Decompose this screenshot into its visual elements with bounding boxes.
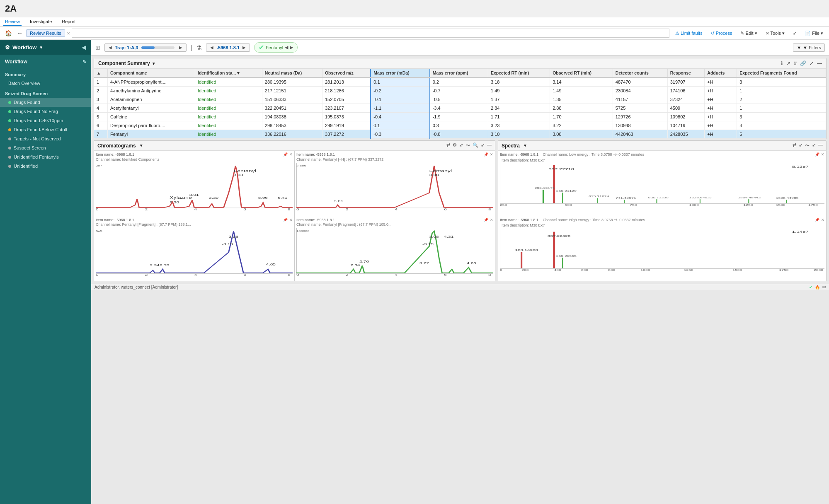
sidebar-summary-label[interactable]: Summary [0,69,91,79]
search-input[interactable] [72,29,669,38]
sample-nav-right[interactable]: ▶ [241,45,247,50]
table-row[interactable]: 4AcetylfentanylIdentified322.20451323.21… [94,104,826,113]
spectra-title[interactable]: Spectra ▼ [502,143,527,149]
col-component-name[interactable]: Component name [107,69,195,77]
col-num[interactable]: ▲ [94,69,107,77]
table-row[interactable]: 5CaffeineIdentified194.08038195.0873-0.4… [94,113,826,121]
sidebar-item-unidentified[interactable]: Unidentified [0,162,91,171]
col-mass-err-ppm[interactable]: Mass error (ppm) [430,69,488,77]
col-exp-rt[interactable]: Expected RT (min) [488,69,550,77]
expand-icon[interactable]: ⤢ [810,60,814,66]
table-row[interactable]: 24-methylamino AntipyrineIdentified217.1… [94,87,826,95]
svg-text:Fentanyl: Fentanyl [429,169,452,174]
sample-nav-left[interactable]: ◀ [209,45,215,50]
chroma-wave-icon[interactable]: 〜 [465,142,470,149]
spectra-sync-icon[interactable]: ⇄ [793,142,796,149]
sample-selector[interactable]: ◀ -5968 1.8.1 ▶ [206,43,250,52]
table-row[interactable]: 7FentanylIdentified336.22016337.2272-0.3… [94,130,826,139]
chroma-zoom-icon[interactable]: ⤢ [459,142,463,149]
limit-faults-btn[interactable]: ⚠ Limit faults [673,30,705,37]
sidebar-item-targets-not-obs[interactable]: Targets - Not Observed [0,134,91,143]
chroma-1-pin-icon[interactable]: 📌 [283,152,288,157]
chroma-1-item: Item name: -5968 1.8.1Channel name: Iden… [96,152,160,162]
chroma-2-close-icon[interactable]: ✕ [490,152,493,157]
spectra-1-close-icon[interactable]: ✕ [821,152,824,157]
sidebar-item-drugs-no-frag[interactable]: Drugs Found-No Frag [0,107,91,116]
workflow-dropdown-icon[interactable]: ▼ [39,45,43,50]
svg-text:2: 2 [346,273,349,276]
sidebar-item-drugs-found[interactable]: Drugs Found [0,98,91,107]
col-det-counts[interactable]: Detector counts [613,69,667,77]
col-obs-mz[interactable]: Observed m/z [322,69,371,77]
process-btn[interactable]: ↺ Process [708,30,735,37]
menu-report[interactable]: Report [60,18,77,26]
component-summary-title[interactable]: Component Summary ▼ [98,60,156,66]
spectra-2-pin-icon[interactable]: 📌 [815,218,819,223]
compound-nav-right[interactable]: ▶ [290,45,293,50]
sidebar-item-unid-fentanyls[interactable]: Unidentified Fentanyls [0,152,91,162]
chroma-search-icon[interactable]: 🔍 [473,142,478,149]
tray-selector[interactable]: ◀ Tray: 1:A,3 ▶ [104,43,187,52]
file-btn[interactable]: 📄 File ▾ [802,30,826,37]
menu-investigate[interactable]: Investigate [28,18,53,26]
back-button[interactable]: ← [15,29,24,37]
chroma-3-pin-icon[interactable]: 📌 [283,218,288,223]
spectra-icons: ⇄ ⤢ 〜 ⤢ — [793,142,823,149]
chroma-expand-icon[interactable]: ⤢ [481,142,485,149]
chroma-3-close-icon[interactable]: ✕ [289,218,293,223]
col-response[interactable]: Response [667,69,705,77]
tools-btn[interactable]: ✕ Tools ▾ [763,30,788,37]
sidebar-item-suspect-screen[interactable]: Suspect Screen [0,143,91,152]
spectra-wave-icon[interactable]: 〜 [805,142,810,149]
info-icon[interactable]: ℹ [781,60,783,66]
tray-nav-left[interactable]: ◀ [107,45,113,50]
table-row[interactable]: 3AcetaminophenIdentified151.06333152.070… [94,95,826,104]
col-neutral-mass[interactable]: Neutral mass (Da) [262,69,322,77]
svg-text:250: 250 [500,204,507,206]
chroma-2-pin-icon[interactable]: 📌 [484,152,488,157]
zoom-btn[interactable]: ⤢ [790,30,799,37]
sidebar-seized-label[interactable]: Seized Drug Screen [0,88,91,98]
sidebar-item-drugs-6-10ppm[interactable]: Drugs Found >6<10ppm [0,116,91,125]
spectra-2-chart: 188.14288 337.22628 1.14e7 359.20555 0 2… [500,227,824,272]
edit-btn[interactable]: ✎ Edit ▾ [738,30,759,37]
spectra-2-close-icon[interactable]: ✕ [821,218,824,223]
chroma-dropdown-icon[interactable]: ▼ [139,143,143,148]
component-summary-dropdown-icon[interactable]: ▼ [152,61,156,66]
table-row[interactable]: 14-ANPP/despropionylfent....Identified28… [94,77,826,87]
chroma-title[interactable]: Chromatograms ▼ [97,143,143,149]
link-icon[interactable]: 🔗 [800,60,806,66]
sidebar-collapse-btn[interactable]: ◀ [82,44,86,51]
col-adducts[interactable]: Adducts [705,69,737,77]
breadcrumb-close[interactable]: ✕ [67,31,70,36]
menu-review[interactable]: Review [3,18,22,26]
col-id-status[interactable]: Identification sta... ▾ [195,69,262,77]
home-button[interactable]: 🏠 [3,29,14,37]
chroma-sync-icon[interactable]: ⇄ [446,142,450,149]
spectra-zoom-icon[interactable]: ⤢ [799,142,802,149]
share-icon[interactable]: ↗ [786,60,790,66]
chroma-minimize-icon[interactable]: — [487,142,492,149]
sidebar-item-batch-overview[interactable]: Batch Overview [0,79,91,88]
spectra-1-pin-icon[interactable]: 📌 [815,152,819,157]
chroma-gear-icon[interactable]: ⚙ [453,142,457,149]
breadcrumb[interactable]: Review Results [26,29,65,37]
filter-button[interactable]: ▼ ▼ Filters [793,43,825,52]
col-exp-frag[interactable]: Expected Fragments Found [737,69,826,77]
sidebar-edit-icon[interactable]: ✎ [82,59,86,65]
compound-nav-left[interactable]: ◀ [285,45,288,50]
chroma-4-pin-icon[interactable]: 📌 [484,218,488,223]
col-obs-rt[interactable]: Observed RT (min) [550,69,613,77]
spectra-expand-icon[interactable]: ⤢ [812,142,816,149]
sidebar-item-drugs-below-cutoff[interactable]: Drugs Found-Below Cutoff [0,125,91,134]
spectra-minimize-icon[interactable]: — [818,142,823,149]
minimize-icon[interactable]: — [817,60,822,66]
hash-icon[interactable]: # [794,60,797,66]
chroma-4-close-icon[interactable]: ✕ [490,218,493,223]
chroma-1-close-icon[interactable]: ✕ [289,152,293,157]
table-row[interactable]: 6Despropionyl para-fluoro....Identified2… [94,121,826,130]
col-mass-err-mda[interactable]: Mass error (mDa) [371,69,429,77]
spectra-dropdown-icon[interactable]: ▼ [523,143,527,148]
tray-nav-right[interactable]: ▶ [178,45,184,50]
drugs-6-10ppm-dot [8,119,11,122]
